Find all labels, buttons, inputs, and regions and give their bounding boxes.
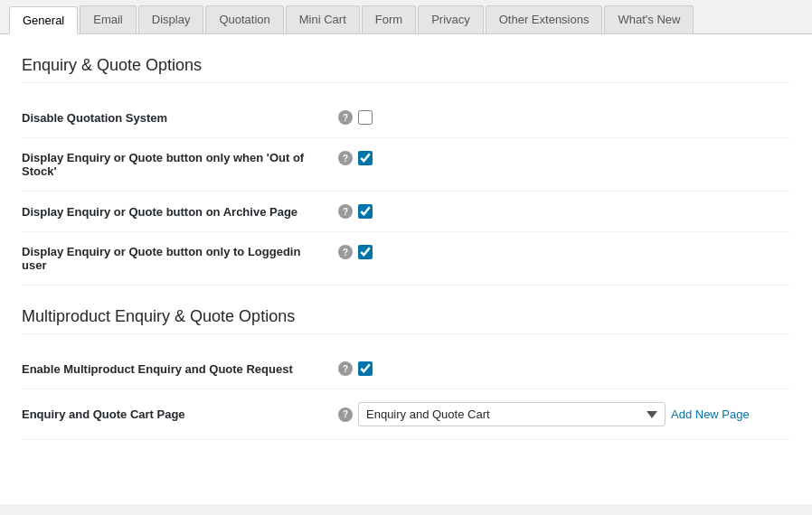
option-checkbox[interactable]: [358, 361, 373, 376]
help-icon[interactable]: ?: [338, 204, 353, 219]
option-label: Enquiry and Quote Cart Page: [22, 389, 329, 440]
option-label: Display Enquiry or Quote button on Archi…: [22, 192, 329, 232]
tab-general[interactable]: General: [9, 6, 78, 34]
add-new-page-link[interactable]: Add New Page: [671, 407, 750, 421]
option-row: Enable Multiproduct Enquiry and Quote Re…: [22, 349, 790, 389]
option-row: Disable Quotation System?: [22, 98, 790, 138]
option-control: ?: [329, 349, 790, 389]
tabs-bar: GeneralEmailDisplayQuotationMini CartFor…: [0, 0, 812, 34]
option-checkbox[interactable]: [358, 151, 373, 165]
option-label: Disable Quotation System: [22, 98, 329, 138]
option-row: Display Enquiry or Quote button only whe…: [22, 138, 790, 192]
help-icon[interactable]: ?: [338, 245, 353, 259]
option-checkbox[interactable]: [358, 245, 373, 259]
help-icon[interactable]: ?: [338, 110, 353, 125]
option-control: ?: [329, 138, 790, 178]
tab-mini-cart[interactable]: Mini Cart: [286, 5, 360, 33]
option-checkbox[interactable]: [358, 110, 373, 125]
option-control: ?: [329, 98, 790, 137]
option-row: Enquiry and Quote Cart Page?Enquiry and …: [22, 389, 790, 440]
section-title-1: Multiproduct Enquiry & Quote Options: [22, 307, 790, 334]
help-icon[interactable]: ?: [338, 407, 353, 422]
options-table-0: Disable Quotation System?Display Enquiry…: [22, 98, 790, 286]
content-area: Enquiry & Quote OptionsDisable Quotation…: [0, 34, 812, 504]
option-checkbox[interactable]: [358, 204, 373, 219]
option-row: Display Enquiry or Quote button only to …: [22, 232, 790, 286]
tab-privacy[interactable]: Privacy: [418, 5, 484, 33]
help-icon[interactable]: ?: [338, 361, 353, 376]
options-table-1: Enable Multiproduct Enquiry and Quote Re…: [22, 349, 790, 440]
tab-form[interactable]: Form: [362, 5, 416, 33]
option-label: Display Enquiry or Quote button only to …: [22, 232, 329, 286]
tab-other-extensions[interactable]: Other Extensions: [486, 5, 603, 33]
option-control: ?: [329, 192, 790, 231]
option-control: ?: [329, 232, 790, 272]
option-label: Display Enquiry or Quote button only whe…: [22, 138, 329, 192]
option-row: Display Enquiry or Quote button on Archi…: [22, 192, 790, 232]
tab-what's-new[interactable]: What's New: [604, 5, 694, 33]
section-title-0: Enquiry & Quote Options: [22, 56, 790, 83]
tab-display[interactable]: Display: [138, 5, 204, 33]
tab-email[interactable]: Email: [80, 5, 137, 33]
option-label: Enable Multiproduct Enquiry and Quote Re…: [22, 349, 329, 389]
tab-quotation[interactable]: Quotation: [205, 5, 283, 33]
option-control: ?Enquiry and Quote CartAdd New Page: [329, 389, 790, 439]
help-icon[interactable]: ?: [338, 151, 353, 165]
page-select[interactable]: Enquiry and Quote Cart: [358, 402, 666, 426]
